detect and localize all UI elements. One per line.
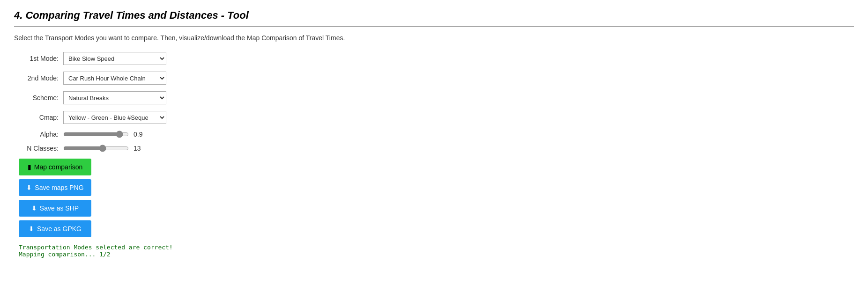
map-comparison-button[interactable]: ▮ Map comparison xyxy=(19,159,91,175)
alpha-value: 0.9 xyxy=(134,131,148,138)
form-area: 1st Mode: Bike Slow Speed Bike Fast Spee… xyxy=(19,52,854,152)
download-png-icon: ⬇ xyxy=(26,184,32,191)
save-gpkg-button[interactable]: ⬇ Save as GPKG xyxy=(19,220,91,237)
scheme-row: Scheme: Natural Breaks Equal Interval Qu… xyxy=(19,91,854,104)
description: Select the Transport Modes you want to c… xyxy=(14,34,854,42)
mode2-label: 2nd Mode: xyxy=(19,74,59,82)
alpha-slider-container: 0.9 xyxy=(63,131,148,138)
status-area: Transportation Modes selected are correc… xyxy=(19,244,854,258)
scheme-label: Scheme: xyxy=(19,94,59,102)
map-comparison-label: Map comparison xyxy=(34,163,83,171)
save-gpkg-label: Save as GPKG xyxy=(37,225,82,233)
mode2-select[interactable]: Car Rush Hour Whole Chain Bike Slow Spee… xyxy=(63,72,166,85)
divider xyxy=(14,26,854,27)
buttons-area: ▮ Map comparison ⬇ Save maps PNG ⬇ Save … xyxy=(19,159,854,237)
cmap-select[interactable]: Yellow - Green - Blue #Seque Red - Yello… xyxy=(63,111,166,124)
download-shp-icon: ⬇ xyxy=(31,204,37,212)
map-icon: ▮ xyxy=(28,163,31,171)
save-shp-label: Save as SHP xyxy=(40,204,79,212)
mode1-row: 1st Mode: Bike Slow Speed Bike Fast Spee… xyxy=(19,52,854,65)
download-gpkg-icon: ⬇ xyxy=(29,225,34,233)
nclasses-label: N Classes: xyxy=(19,145,59,152)
save-png-label: Save maps PNG xyxy=(35,184,83,191)
status-line-1: Transportation Modes selected are correc… xyxy=(19,244,854,251)
status-line-2: Mapping comparison... 1/2 xyxy=(19,251,854,258)
cmap-label: Cmap: xyxy=(19,114,59,121)
save-png-button[interactable]: ⬇ Save maps PNG xyxy=(19,179,91,196)
mode1-select[interactable]: Bike Slow Speed Bike Fast Speed Car Rush… xyxy=(63,52,166,65)
scheme-select[interactable]: Natural Breaks Equal Interval Quantiles … xyxy=(63,91,166,104)
page-title: 4. Comparing Travel Times and Distances … xyxy=(14,9,854,22)
nclasses-row: N Classes: 13 xyxy=(19,145,854,152)
save-shp-button[interactable]: ⬇ Save as SHP xyxy=(19,200,91,217)
alpha-slider[interactable] xyxy=(63,131,129,138)
nclasses-value: 13 xyxy=(134,145,148,152)
alpha-row: Alpha: 0.9 xyxy=(19,131,854,138)
alpha-label: Alpha: xyxy=(19,131,59,138)
mode1-label: 1st Mode: xyxy=(19,55,59,62)
nclasses-slider-container: 13 xyxy=(63,145,148,152)
cmap-row: Cmap: Yellow - Green - Blue #Seque Red -… xyxy=(19,111,854,124)
nclasses-slider[interactable] xyxy=(63,145,129,152)
mode2-row: 2nd Mode: Car Rush Hour Whole Chain Bike… xyxy=(19,72,854,85)
